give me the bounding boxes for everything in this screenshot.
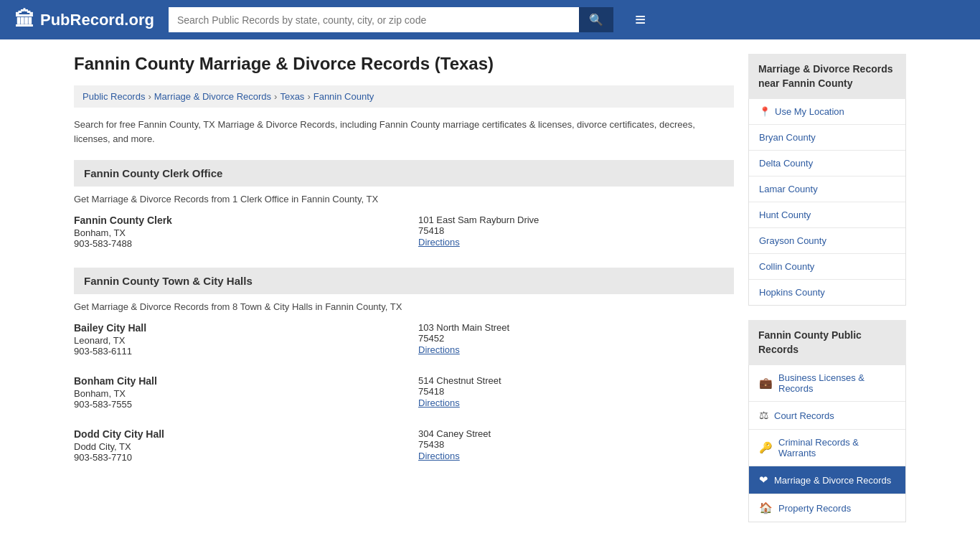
office-city: Bonham, TX: [74, 227, 390, 238]
pub-rec-business[interactable]: 💼 Business Licenses & Records: [749, 365, 905, 402]
public-records-title: Fannin County Public Records: [748, 320, 906, 365]
section-clerk: Fannin County Clerk Office Get Marriage …: [74, 160, 734, 252]
court-records-link[interactable]: Court Records: [774, 410, 834, 421]
property-icon: 🏠: [759, 501, 773, 514]
office-entry: Bailey City Hall Leonard, TX 903-583-611…: [74, 322, 734, 359]
office-phone: 903-583-7488: [74, 238, 390, 249]
marriage-divorce-link[interactable]: Marriage & Divorce Records: [774, 475, 891, 486]
office-cols: Fannin County Clerk Bonham, TX 903-583-7…: [74, 215, 734, 252]
section-townhall-desc: Get Marriage & Divorce Records from 8 To…: [74, 301, 734, 312]
section-clerk-desc: Get Marriage & Divorce Records from 1 Cl…: [74, 194, 734, 204]
page-description: Search for free Fannin County, TX Marria…: [74, 118, 734, 146]
hopkins-county-link[interactable]: Hopkins County: [759, 287, 825, 298]
address-line-1: 304 Caney Street: [418, 428, 734, 439]
delta-county-link[interactable]: Delta County: [759, 158, 813, 169]
nearby-bryan-county[interactable]: Bryan County: [749, 125, 905, 151]
breadcrumb-public-records[interactable]: Public Records: [83, 91, 145, 102]
directions-link[interactable]: Directions: [418, 344, 460, 355]
office-name: Bonham City Hall: [74, 375, 390, 387]
pub-rec-marriage-active[interactable]: ❤ Marriage & Divorce Records: [749, 466, 905, 494]
office-entry: Fannin County Clerk Bonham, TX 903-583-7…: [74, 215, 734, 252]
nearby-hunt-county[interactable]: Hunt County: [749, 202, 905, 228]
address-line-2: 75418: [418, 225, 734, 236]
breadcrumb-marriage-divorce[interactable]: Marriage & Divorce Records: [154, 91, 271, 102]
property-records-link[interactable]: Property Records: [778, 503, 851, 514]
content-area: Fannin County Marriage & Divorce Records…: [74, 54, 734, 537]
pub-rec-court[interactable]: ⚖ Court Records: [749, 402, 905, 430]
search-icon: 🔍: [589, 14, 603, 26]
address-line-2: 75452: [418, 333, 734, 344]
page-title: Fannin County Marriage & Divorce Records…: [74, 54, 734, 74]
nearby-list: 📍 Use My Location Bryan County Delta Cou…: [748, 99, 906, 306]
sidebar: Marriage & Divorce Records near Fannin C…: [748, 54, 906, 537]
office-cols: Dodd City City Hall Dodd City, TX 903-58…: [74, 428, 734, 466]
office-city: Leonard, TX: [74, 335, 390, 346]
logo-text: PubRecord.org: [40, 11, 154, 29]
office-name: Bailey City Hall: [74, 322, 390, 334]
breadcrumb-texas[interactable]: Texas: [280, 91, 304, 102]
office-left: Fannin County Clerk Bonham, TX 903-583-7…: [74, 215, 390, 252]
criminal-icon: 🔑: [759, 441, 773, 454]
breadcrumb: Public Records › Marriage & Divorce Reco…: [74, 85, 734, 108]
search-bar: 🔍: [169, 7, 613, 32]
office-right: 101 East Sam Rayburn Drive 75418 Directi…: [418, 215, 734, 252]
public-records-list: 💼 Business Licenses & Records ⚖ Court Re…: [748, 365, 906, 522]
nearby-delta-county[interactable]: Delta County: [749, 151, 905, 176]
location-icon: 📍: [759, 106, 771, 117]
office-left: Dodd City City Hall Dodd City, TX 903-58…: [74, 428, 390, 466]
use-location-link[interactable]: Use My Location: [775, 106, 844, 117]
breadcrumb-sep-2: ›: [274, 91, 277, 102]
office-left: Bailey City Hall Leonard, TX 903-583-611…: [74, 322, 390, 359]
section-clerk-header: Fannin County Clerk Office: [74, 160, 734, 187]
office-right: 304 Caney Street 75438 Directions: [418, 428, 734, 466]
collin-county-link[interactable]: Collin County: [759, 261, 814, 272]
office-phone: 903-583-7555: [74, 399, 390, 410]
bryan-county-link[interactable]: Bryan County: [759, 132, 816, 143]
marriage-icon: ❤: [759, 474, 768, 486]
business-licenses-link[interactable]: Business Licenses & Records: [778, 372, 895, 394]
nearby-grayson-county[interactable]: Grayson County: [749, 228, 905, 254]
nearby-title: Marriage & Divorce Records near Fannin C…: [748, 54, 906, 99]
nearby-lamar-county[interactable]: Lamar County: [749, 176, 905, 202]
nearby-collin-county[interactable]: Collin County: [749, 254, 905, 280]
search-button[interactable]: 🔍: [579, 7, 613, 32]
office-cols: Bailey City Hall Leonard, TX 903-583-611…: [74, 322, 734, 359]
section-townhall-header: Fannin County Town & City Halls: [74, 268, 734, 294]
directions-link[interactable]: Directions: [418, 397, 460, 408]
directions-link[interactable]: Directions: [418, 237, 460, 248]
search-input[interactable]: [169, 7, 579, 32]
public-records-box: Fannin County Public Records 💼 Business …: [748, 320, 906, 522]
address-line-2: 75418: [418, 386, 734, 397]
office-cols: Bonham City Hall Bonham, TX 903-583-7555…: [74, 375, 734, 413]
site-logo[interactable]: 🏛 PubRecord.org: [14, 8, 154, 32]
directions-link[interactable]: Directions: [418, 451, 460, 461]
pub-rec-property[interactable]: 🏠 Property Records: [749, 494, 905, 522]
office-name: Fannin County Clerk: [74, 215, 390, 226]
hunt-county-link[interactable]: Hunt County: [759, 209, 811, 220]
address-line-1: 101 East Sam Rayburn Drive: [418, 215, 734, 225]
office-phone: 903-583-6111: [74, 346, 390, 357]
office-city: Dodd City, TX: [74, 441, 390, 452]
office-left: Bonham City Hall Bonham, TX 903-583-7555: [74, 375, 390, 413]
criminal-records-link[interactable]: Criminal Records & Warrants: [778, 437, 895, 458]
hamburger-menu[interactable]: ≡: [635, 9, 646, 31]
use-location-item[interactable]: 📍 Use My Location: [749, 99, 905, 125]
court-icon: ⚖: [759, 409, 768, 422]
logo-icon: 🏛: [14, 8, 34, 32]
office-entry: Bonham City Hall Bonham, TX 903-583-7555…: [74, 375, 734, 413]
office-right: 514 Chestnut Street 75418 Directions: [418, 375, 734, 413]
grayson-county-link[interactable]: Grayson County: [759, 235, 826, 246]
business-icon: 💼: [759, 377, 773, 390]
nearby-hopkins-county[interactable]: Hopkins County: [749, 280, 905, 305]
breadcrumb-fannin-county[interactable]: Fannin County: [314, 91, 374, 102]
lamar-county-link[interactable]: Lamar County: [759, 184, 818, 194]
office-entry: Dodd City City Hall Dodd City, TX 903-58…: [74, 428, 734, 466]
nearby-box: Marriage & Divorce Records near Fannin C…: [748, 54, 906, 306]
breadcrumb-sep-1: ›: [148, 91, 151, 102]
site-header: 🏛 PubRecord.org 🔍 ≡: [0, 0, 980, 39]
pub-rec-criminal[interactable]: 🔑 Criminal Records & Warrants: [749, 430, 905, 466]
office-phone: 903-583-7710: [74, 452, 390, 463]
office-right: 103 North Main Street 75452 Directions: [418, 322, 734, 359]
main-container: Fannin County Marriage & Divorce Records…: [60, 39, 920, 551]
breadcrumb-sep-3: ›: [307, 91, 310, 102]
